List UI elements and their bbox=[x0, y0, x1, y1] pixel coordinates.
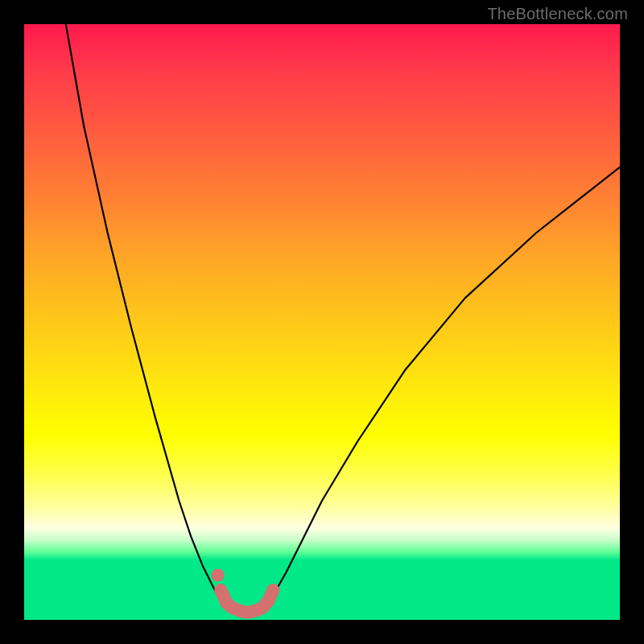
gradient-plot-area bbox=[24, 24, 620, 620]
watermark-label: TheBottleneck.com bbox=[487, 5, 628, 23]
chart-frame: TheBottleneck.com bbox=[0, 0, 644, 644]
